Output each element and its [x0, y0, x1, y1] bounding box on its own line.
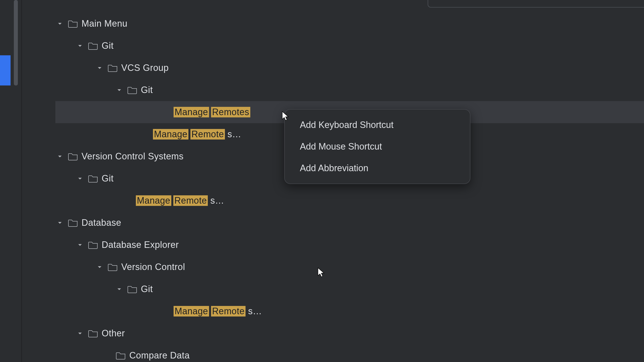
- tree-leaf-manage-remotes-vcs[interactable]: ManageRemotes…: [40, 190, 644, 212]
- tree-label: Compare Data: [129, 350, 190, 361]
- search-highlight: Remote: [190, 129, 225, 140]
- chevron-down-icon[interactable]: [115, 85, 124, 95]
- tree-label: ManageRemotes…: [174, 306, 262, 316]
- tree-label: Main Menu: [82, 18, 128, 29]
- folder-icon: [68, 218, 78, 227]
- tree-label: Database: [82, 217, 121, 228]
- menu-item-add-abbreviation[interactable]: Add Abbreviation: [285, 157, 470, 179]
- search-highlight: Manage: [174, 306, 209, 316]
- tree-node-version-control[interactable]: Version Control: [40, 256, 644, 278]
- folder-icon: [116, 351, 126, 360]
- left-gutter: [0, 0, 21, 362]
- folder-icon: [88, 240, 98, 249]
- chevron-down-icon[interactable]: [75, 174, 85, 183]
- chevron-down-icon[interactable]: [55, 218, 64, 227]
- tree-label: Database Explorer: [102, 240, 179, 250]
- chevron-down-icon[interactable]: [95, 63, 104, 72]
- chevron-down-icon[interactable]: [115, 285, 124, 294]
- folder-icon: [108, 262, 118, 272]
- search-highlight: Manage: [174, 107, 209, 117]
- chevron-down-icon[interactable]: [55, 152, 64, 161]
- tree-label: Git: [141, 284, 153, 294]
- chevron-down-icon[interactable]: [75, 240, 85, 249]
- search-highlight: Manage: [153, 129, 188, 140]
- tree-label: Git: [102, 173, 114, 184]
- tree-node-git-inner[interactable]: Git: [40, 79, 644, 101]
- folder-icon: [88, 329, 98, 338]
- context-menu: Add Keyboard Shortcut Add Mouse Shortcut…: [284, 109, 470, 184]
- tree-leaf-manage-remotes-db[interactable]: ManageRemotes…: [40, 300, 644, 322]
- menu-item-add-mouse-shortcut[interactable]: Add Mouse Shortcut: [285, 136, 470, 157]
- folder-icon: [127, 85, 137, 95]
- folder-icon: [108, 63, 118, 72]
- chevron-down-icon[interactable]: [75, 329, 85, 338]
- search-highlight: Remote: [211, 306, 246, 316]
- tree-leaf-compare-data[interactable]: Compare Data: [40, 344, 644, 362]
- tree-label: Other: [102, 328, 125, 339]
- tree-label: Git: [141, 85, 153, 95]
- tree-node-git[interactable]: Git: [40, 35, 644, 57]
- tree-label: VCS Group: [121, 63, 169, 73]
- chevron-down-icon[interactable]: [75, 41, 85, 50]
- tree-node-database[interactable]: Database: [40, 212, 644, 234]
- search-highlight: Remote: [173, 195, 208, 206]
- folder-icon: [127, 285, 137, 294]
- search-highlight: Manage: [136, 195, 171, 206]
- selection-accent: [0, 55, 11, 85]
- label-suffix: s…: [248, 306, 262, 316]
- tree-node-other[interactable]: Other: [40, 322, 644, 344]
- label-suffix: s…: [210, 195, 224, 206]
- scrollbar-thumb[interactable]: [14, 0, 18, 85]
- chevron-down-icon[interactable]: [95, 262, 104, 272]
- search-highlight: Remotes: [211, 107, 250, 117]
- folder-icon: [68, 152, 78, 161]
- tree-label: ManageRemotes…: [136, 195, 224, 206]
- label-suffix: s…: [227, 129, 241, 139]
- tree-node-db-explorer[interactable]: Database Explorer: [40, 234, 644, 256]
- menu-item-add-keyboard-shortcut[interactable]: Add Keyboard Shortcut: [285, 114, 470, 136]
- tree-node-vcs-group[interactable]: VCS Group: [40, 57, 644, 79]
- chevron-down-icon[interactable]: [55, 19, 64, 28]
- keymap-tree: Main Menu Git VCS Group Git Ma: [40, 13, 644, 362]
- folder-icon: [88, 174, 98, 183]
- tree-label: Version Control: [121, 262, 185, 272]
- folder-icon: [88, 41, 98, 50]
- tree-label: ManageRemotes…: [153, 129, 241, 140]
- search-box-outline[interactable]: [428, 0, 644, 8]
- panel-divider: [21, 0, 22, 362]
- tree-node-main-menu[interactable]: Main Menu: [40, 13, 644, 35]
- tree-label: Version Control Systems: [82, 151, 184, 162]
- tree-label: ManageRemotes: [174, 107, 250, 117]
- tree-node-git-db[interactable]: Git: [40, 278, 644, 300]
- folder-icon: [68, 19, 78, 28]
- tree-label: Git: [102, 40, 114, 51]
